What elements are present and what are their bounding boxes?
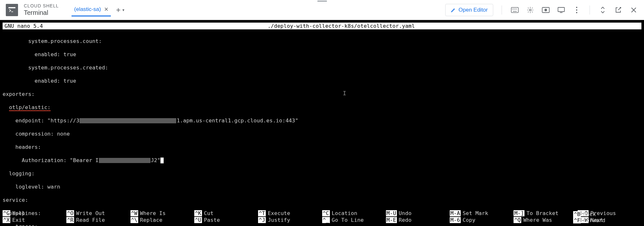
tab-elastic-sa[interactable]: (elastic-sa) ×: [72, 4, 111, 16]
yaml-line: system.processes.count:: [3, 38, 641, 45]
tab-dropdown-icon[interactable]: ▾: [122, 8, 124, 12]
nano-cmd-readfile[interactable]: ^RRead File: [66, 217, 130, 223]
terminal-icon: [8, 7, 15, 13]
nano-titlebar: GNU nano 5.4 ./deploy-with-collector-k8s…: [3, 23, 641, 29]
terminal-area[interactable]: GNU nano 5.4 ./deploy-with-collector-k8s…: [0, 20, 644, 226]
yaml-line: service:: [3, 197, 641, 204]
keyboard-icon[interactable]: [510, 5, 519, 15]
redacted-token: [99, 158, 150, 163]
nano-cmd-gotoline[interactable]: ^_Go To Line: [322, 217, 386, 223]
gear-icon[interactable]: [526, 5, 535, 15]
nano-cmd-copy[interactable]: M-6Copy: [450, 217, 514, 223]
yaml-line: loglevel: warn: [3, 184, 641, 190]
webpreview-icon[interactable]: [541, 5, 550, 15]
svg-point-8: [529, 9, 531, 11]
nano-cmd-location[interactable]: ^CLocation: [322, 210, 386, 217]
monitor-icon[interactable]: [557, 5, 566, 15]
nano-app-name: GNU nano 5.4: [5, 23, 43, 29]
text-cursor: [160, 158, 164, 163]
nano-cmd-tobracket[interactable]: M-]To Bracket: [514, 210, 577, 217]
svg-rect-12: [558, 7, 564, 12]
nano-cmd-forward[interactable]: ^FForward: [573, 217, 605, 223]
yaml-line: exporters:: [3, 91, 641, 98]
title-block: CLOUD SHELL Terminal: [24, 3, 59, 16]
add-tab-icon[interactable]: +: [116, 5, 120, 15]
header-toolbar: Open Editor: [445, 4, 638, 16]
yaml-line: endpoint: "https://31.apm.us-central1.gc…: [3, 118, 641, 124]
drag-handle[interactable]: [315, 0, 329, 2]
nano-cmd-undo[interactable]: M-UUndo: [386, 210, 450, 217]
svg-point-11: [545, 10, 546, 10]
open-editor-label: Open Editor: [458, 7, 488, 13]
svg-point-14: [576, 7, 577, 8]
svg-point-15: [576, 9, 577, 11]
yaml-line: logging:: [3, 170, 641, 177]
svg-point-5: [514, 9, 514, 9]
svg-rect-0: [8, 7, 15, 8]
header: CLOUD SHELL Terminal (elastic-sa) × + ▾ …: [0, 0, 644, 20]
svg-point-16: [576, 12, 577, 13]
nano-cmd-wherewas[interactable]: ^QWhere Was: [514, 217, 577, 223]
nano-footer-extra: ^BBack ^FForward: [573, 211, 605, 223]
yaml-line: traces:: [3, 223, 641, 226]
open-new-window-icon[interactable]: [614, 5, 623, 15]
svg-point-4: [513, 9, 513, 9]
nano-cmd-exit[interactable]: ^XExit: [3, 217, 66, 223]
nano-cmd-help[interactable]: ^GHelp: [3, 210, 66, 217]
highlight-otlp-elastic: otlp/elastic:: [9, 104, 51, 111]
yaml-line: compression: none: [3, 131, 641, 138]
yaml-line: headers:: [3, 144, 641, 151]
nano-cmd-back[interactable]: ^BBack: [573, 211, 605, 217]
nano-cmd-justify[interactable]: ^JJustify: [258, 217, 322, 223]
more-icon[interactable]: [572, 5, 581, 15]
nano-cmd-setmark[interactable]: M-ASet Mark: [450, 210, 514, 217]
redacted-endpoint: [80, 118, 176, 123]
mouse-text-cursor: I: [343, 90, 346, 97]
nano-cmd-redo[interactable]: M-ERedo: [386, 217, 450, 223]
divider: [590, 5, 590, 15]
svg-point-7: [516, 9, 517, 9]
divider: [502, 5, 502, 15]
nano-cmd-paste[interactable]: ^UPaste: [194, 217, 258, 223]
pencil-icon: [451, 7, 456, 13]
yaml-line: Authorization: "Bearer IJ2": [3, 157, 641, 164]
yaml-line: enabled: true: [3, 78, 641, 85]
yaml-line: system.processes.created:: [3, 65, 641, 71]
cloud-shell-logo: [6, 4, 18, 16]
svg-rect-2: [511, 7, 518, 13]
nano-cmd-execute[interactable]: ^TExecute: [258, 210, 322, 217]
nano-file-path: ./deploy-with-collector-k8s/otelcollecto…: [43, 23, 639, 29]
title-big: Terminal: [24, 9, 59, 16]
yaml-line: otlp/elastic:: [3, 104, 641, 111]
tab-bar: (elastic-sa) × + ▾: [72, 0, 124, 20]
yaml-line: enabled: true: [3, 51, 641, 58]
editor-content[interactable]: system.processes.count: enabled: true sy…: [3, 29, 641, 226]
tab-label: (elastic-sa): [74, 6, 101, 13]
open-editor-button[interactable]: Open Editor: [445, 4, 493, 16]
nano-footer: ^GHelp ^OWrite Out ^WWhere Is ^KCut ^TEx…: [3, 210, 641, 223]
nano-cmd-replace[interactable]: ^\Replace: [130, 217, 194, 223]
nano-cmd-cut[interactable]: ^KCut: [194, 210, 258, 217]
close-icon[interactable]: ×: [104, 6, 108, 13]
nano-cmd-whereis[interactable]: ^WWhere Is: [130, 210, 194, 217]
collapse-icon[interactable]: [598, 5, 607, 15]
nano-cmd-writeout[interactable]: ^OWrite Out: [66, 210, 130, 217]
svg-point-6: [515, 9, 515, 9]
close-icon[interactable]: [629, 5, 638, 15]
title-small: CLOUD SHELL: [24, 3, 59, 9]
